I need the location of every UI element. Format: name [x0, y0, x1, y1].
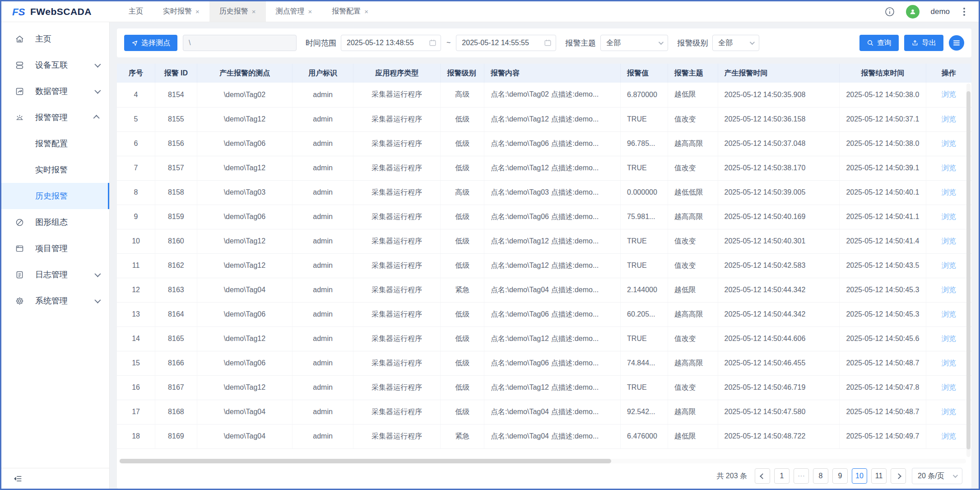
browse-link[interactable]: 浏览 [942, 115, 956, 123]
point-input[interactable] [183, 35, 297, 51]
cell-content: 点名:\demo\Tag06 点描述:demo... [484, 131, 621, 156]
project-icon [15, 244, 24, 253]
next-page-button[interactable] [891, 468, 906, 484]
close-tab-icon[interactable]: × [195, 8, 200, 15]
page-button[interactable]: 8 [813, 468, 828, 484]
table-row[interactable]: 8 8158 \demo\Tag03 admin 采集器运行程序 高级 点名:\… [117, 180, 971, 205]
export-button[interactable]: 导出 [904, 35, 943, 51]
sidebar-item-system[interactable]: 系统管理 [1, 288, 109, 314]
cell-app-type: 采集器运行程序 [353, 302, 441, 327]
table-row[interactable]: 7 8157 \demo\Tag12 admin 采集器运行程序 低级 点名:\… [117, 156, 971, 180]
sidebar-item-data[interactable]: 数据管理 [1, 78, 109, 104]
page-button[interactable]: 10 [852, 468, 867, 484]
topbar-tab[interactable]: 实时报警 × [153, 1, 209, 22]
sidebar-item-graphics[interactable]: 图形组态 [1, 209, 109, 235]
alarm-level-value: 全部 [718, 38, 733, 48]
table-row[interactable]: 13 8164 \demo\Tag06 admin 采集器运行程序 低级 点名:… [117, 302, 971, 327]
browse-link[interactable]: 浏览 [942, 432, 956, 440]
vertical-scrollbar[interactable] [966, 84, 971, 457]
sidebar-collapse-button[interactable] [1, 468, 109, 489]
horizontal-scrollbar[interactable] [119, 459, 966, 463]
table-row[interactable]: 18 8169 \demo\Tag04 admin 采集器运行程序 紧急 点名:… [117, 424, 971, 448]
browse-link[interactable]: 浏览 [942, 237, 956, 245]
cell-topic: 越高高限 [668, 351, 718, 375]
sidebar-item-alarms[interactable]: 报警管理 [1, 104, 109, 131]
query-button[interactable]: 查询 [859, 35, 899, 51]
time-to-input[interactable] [456, 35, 556, 51]
time-from-input[interactable] [341, 35, 441, 51]
browse-link[interactable]: 浏览 [942, 310, 956, 318]
table-row[interactable]: 4 8154 \demo\Tag02 admin 采集器运行程序 高级 点名:\… [117, 83, 971, 107]
cell-alarm-id: 8156 [155, 131, 197, 156]
sidebar-item-history-alarms[interactable]: 历史报警 [1, 183, 109, 209]
browse-link[interactable]: 浏览 [942, 383, 956, 391]
topbar-right: demo [884, 1, 979, 22]
page-size-select[interactable]: 20 条/页 [912, 468, 962, 484]
browse-link[interactable]: 浏览 [942, 164, 956, 172]
kebab-menu-icon[interactable] [961, 6, 968, 18]
topbar-tab[interactable]: 主页 × [119, 1, 153, 22]
column-header: 报警级别 [441, 64, 484, 83]
table-row[interactable]: 17 8168 \demo\Tag04 admin 采集器运行程序 低级 点名:… [117, 400, 971, 424]
sidebar-item-label: 报警配置 [35, 138, 68, 149]
topbar-tab[interactable]: 报警配置 × [322, 1, 378, 22]
cell-tag: \demo\Tag02 [197, 83, 292, 107]
browse-link[interactable]: 浏览 [942, 335, 956, 342]
browse-link[interactable]: 浏览 [942, 140, 956, 147]
alarm-topic-value: 全部 [606, 38, 621, 48]
chevron-right-icon [896, 473, 901, 479]
table-row[interactable]: 11 8162 \demo\Tag12 admin 采集器运行程序 低级 点名:… [117, 253, 971, 278]
browse-link[interactable]: 浏览 [942, 286, 956, 294]
table-row[interactable]: 15 8166 \demo\Tag06 admin 采集器运行程序 低级 点名:… [117, 351, 971, 375]
table-row[interactable]: 16 8167 \demo\Tag12 admin 采集器运行程序 低级 点名:… [117, 375, 971, 400]
cell-user: admin [293, 253, 353, 278]
cell-seq: 8 [117, 180, 155, 205]
close-tab-icon[interactable]: × [252, 8, 256, 15]
table-row[interactable]: 14 8165 \demo\Tag12 admin 采集器运行程序 低级 点名:… [117, 327, 971, 351]
cell-seq: 17 [117, 400, 155, 424]
sidebar-item-logs[interactable]: 日志管理 [1, 261, 109, 288]
browse-link[interactable]: 浏览 [942, 261, 956, 269]
table-row[interactable]: 9 8159 \demo\Tag06 admin 采集器运行程序 低级 点名:\… [117, 205, 971, 229]
table-row[interactable]: 6 8156 \demo\Tag06 admin 采集器运行程序 低级 点名:\… [117, 131, 971, 156]
page-button[interactable]: 1 [774, 468, 790, 484]
calendar-icon[interactable] [428, 38, 437, 47]
sidebar-item-alarm-config[interactable]: 报警配置 [1, 131, 109, 157]
cell-action: 浏览 [926, 400, 971, 424]
page-button[interactable]: ··· [794, 468, 809, 484]
cell-end-time: 2025-05-12 14:50:38.0 [840, 83, 926, 107]
column-settings-button[interactable] [949, 35, 964, 51]
info-icon[interactable] [884, 6, 895, 17]
browse-link[interactable]: 浏览 [942, 90, 956, 98]
cell-user: admin [293, 278, 353, 302]
browse-link[interactable]: 浏览 [942, 213, 956, 220]
prev-page-button[interactable] [755, 468, 770, 484]
calendar-icon[interactable] [543, 38, 552, 47]
table-row[interactable]: 12 8163 \demo\Tag04 admin 采集器运行程序 紧急 点名:… [117, 278, 971, 302]
avatar[interactable] [906, 5, 920, 19]
close-tab-icon[interactable]: × [364, 8, 368, 15]
sidebar-item-projects[interactable]: 项目管理 [1, 235, 109, 261]
select-point-button[interactable]: 选择测点 [124, 35, 177, 51]
sidebar-item-devices[interactable]: 设备互联 [1, 52, 109, 78]
sidebar-item-realtime-alarms[interactable]: 实时报警 [1, 157, 109, 183]
page-button[interactable]: 11 [871, 468, 887, 484]
sidebar-item-home[interactable]: 主页 [1, 26, 109, 52]
browse-link[interactable]: 浏览 [942, 188, 956, 196]
browse-link[interactable]: 浏览 [942, 408, 956, 415]
close-tab-icon[interactable]: × [308, 8, 312, 15]
cell-action: 浏览 [926, 327, 971, 351]
cell-level: 低级 [441, 107, 484, 131]
cell-seq: 12 [117, 278, 155, 302]
cell-level: 低级 [441, 205, 484, 229]
browse-link[interactable]: 浏览 [942, 359, 956, 367]
alarm-level-select[interactable]: 全部 [712, 35, 759, 51]
table-row[interactable]: 5 8155 \demo\Tag12 admin 采集器运行程序 低级 点名:\… [117, 107, 971, 131]
page-button[interactable]: 9 [832, 468, 848, 484]
cell-alarm-id: 8159 [155, 205, 197, 229]
table-row[interactable]: 10 8160 \demo\Tag12 admin 采集器运行程序 低级 点名:… [117, 229, 971, 253]
topbar-tab[interactable]: 测点管理 × [266, 1, 322, 22]
alarm-topic-select[interactable]: 全部 [600, 35, 668, 51]
topbar-tab[interactable]: 历史报警 × [209, 1, 266, 22]
cell-content: 点名:\demo\Tag12 点描述:demo... [484, 375, 621, 400]
